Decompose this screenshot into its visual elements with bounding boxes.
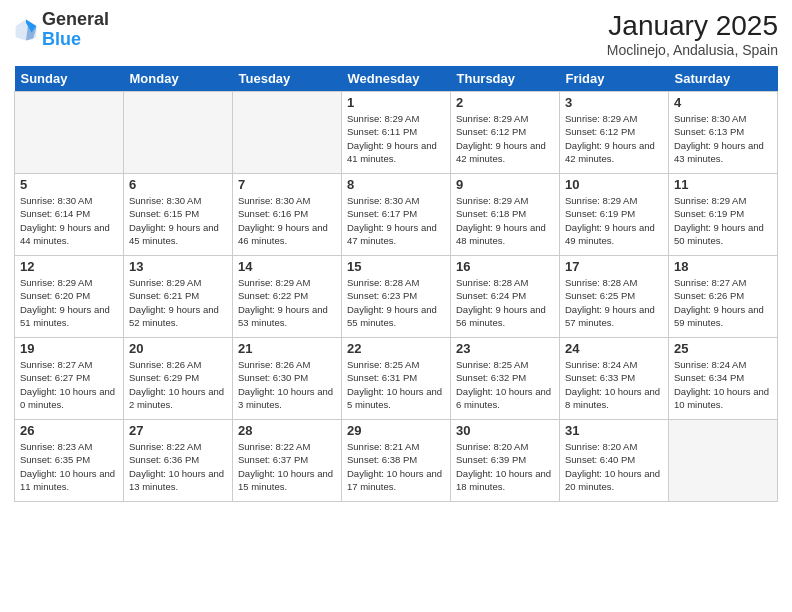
day-cell: 8Sunrise: 8:30 AM Sunset: 6:17 PM Daylig… (342, 174, 451, 256)
day-cell: 30Sunrise: 8:20 AM Sunset: 6:39 PM Dayli… (451, 420, 560, 502)
day-cell (233, 92, 342, 174)
week-row-3: 19Sunrise: 8:27 AM Sunset: 6:27 PM Dayli… (15, 338, 778, 420)
day-cell: 15Sunrise: 8:28 AM Sunset: 6:23 PM Dayli… (342, 256, 451, 338)
day-info: Sunrise: 8:27 AM Sunset: 6:27 PM Dayligh… (20, 358, 118, 411)
logo-text: General Blue (42, 10, 109, 50)
header-cell-tuesday: Tuesday (233, 66, 342, 92)
day-number: 24 (565, 341, 663, 356)
day-number: 31 (565, 423, 663, 438)
day-cell: 29Sunrise: 8:21 AM Sunset: 6:38 PM Dayli… (342, 420, 451, 502)
day-number: 28 (238, 423, 336, 438)
day-cell: 13Sunrise: 8:29 AM Sunset: 6:21 PM Dayli… (124, 256, 233, 338)
day-info: Sunrise: 8:29 AM Sunset: 6:18 PM Dayligh… (456, 194, 554, 247)
day-info: Sunrise: 8:23 AM Sunset: 6:35 PM Dayligh… (20, 440, 118, 493)
logo-line1: General (42, 10, 109, 30)
header-cell-thursday: Thursday (451, 66, 560, 92)
day-info: Sunrise: 8:28 AM Sunset: 6:23 PM Dayligh… (347, 276, 445, 329)
day-cell: 26Sunrise: 8:23 AM Sunset: 6:35 PM Dayli… (15, 420, 124, 502)
day-cell: 22Sunrise: 8:25 AM Sunset: 6:31 PM Dayli… (342, 338, 451, 420)
day-number: 5 (20, 177, 118, 192)
day-cell: 23Sunrise: 8:25 AM Sunset: 6:32 PM Dayli… (451, 338, 560, 420)
day-cell: 2Sunrise: 8:29 AM Sunset: 6:12 PM Daylig… (451, 92, 560, 174)
day-number: 30 (456, 423, 554, 438)
day-cell: 7Sunrise: 8:30 AM Sunset: 6:16 PM Daylig… (233, 174, 342, 256)
header: General Blue January 2025 Moclinejo, And… (14, 10, 778, 58)
week-row-0: 1Sunrise: 8:29 AM Sunset: 6:11 PM Daylig… (15, 92, 778, 174)
week-row-2: 12Sunrise: 8:29 AM Sunset: 6:20 PM Dayli… (15, 256, 778, 338)
day-info: Sunrise: 8:24 AM Sunset: 6:34 PM Dayligh… (674, 358, 772, 411)
day-number: 23 (456, 341, 554, 356)
location: Moclinejo, Andalusia, Spain (607, 42, 778, 58)
day-info: Sunrise: 8:29 AM Sunset: 6:12 PM Dayligh… (565, 112, 663, 165)
day-cell (15, 92, 124, 174)
day-cell: 6Sunrise: 8:30 AM Sunset: 6:15 PM Daylig… (124, 174, 233, 256)
day-number: 8 (347, 177, 445, 192)
day-cell (669, 420, 778, 502)
day-cell: 16Sunrise: 8:28 AM Sunset: 6:24 PM Dayli… (451, 256, 560, 338)
day-cell: 31Sunrise: 8:20 AM Sunset: 6:40 PM Dayli… (560, 420, 669, 502)
day-cell: 17Sunrise: 8:28 AM Sunset: 6:25 PM Dayli… (560, 256, 669, 338)
day-info: Sunrise: 8:29 AM Sunset: 6:11 PM Dayligh… (347, 112, 445, 165)
day-cell: 27Sunrise: 8:22 AM Sunset: 6:36 PM Dayli… (124, 420, 233, 502)
week-row-1: 5Sunrise: 8:30 AM Sunset: 6:14 PM Daylig… (15, 174, 778, 256)
day-number: 22 (347, 341, 445, 356)
logo-line2: Blue (42, 30, 109, 50)
day-cell: 25Sunrise: 8:24 AM Sunset: 6:34 PM Dayli… (669, 338, 778, 420)
day-number: 10 (565, 177, 663, 192)
day-info: Sunrise: 8:21 AM Sunset: 6:38 PM Dayligh… (347, 440, 445, 493)
day-cell: 4Sunrise: 8:30 AM Sunset: 6:13 PM Daylig… (669, 92, 778, 174)
day-cell: 3Sunrise: 8:29 AM Sunset: 6:12 PM Daylig… (560, 92, 669, 174)
day-info: Sunrise: 8:30 AM Sunset: 6:16 PM Dayligh… (238, 194, 336, 247)
day-info: Sunrise: 8:26 AM Sunset: 6:29 PM Dayligh… (129, 358, 227, 411)
day-info: Sunrise: 8:29 AM Sunset: 6:21 PM Dayligh… (129, 276, 227, 329)
day-number: 11 (674, 177, 772, 192)
title-block: January 2025 Moclinejo, Andalusia, Spain (607, 10, 778, 58)
day-cell: 20Sunrise: 8:26 AM Sunset: 6:29 PM Dayli… (124, 338, 233, 420)
day-number: 25 (674, 341, 772, 356)
day-cell: 5Sunrise: 8:30 AM Sunset: 6:14 PM Daylig… (15, 174, 124, 256)
day-number: 21 (238, 341, 336, 356)
day-cell: 9Sunrise: 8:29 AM Sunset: 6:18 PM Daylig… (451, 174, 560, 256)
day-info: Sunrise: 8:28 AM Sunset: 6:24 PM Dayligh… (456, 276, 554, 329)
day-info: Sunrise: 8:30 AM Sunset: 6:14 PM Dayligh… (20, 194, 118, 247)
day-cell (124, 92, 233, 174)
day-number: 26 (20, 423, 118, 438)
header-cell-wednesday: Wednesday (342, 66, 451, 92)
day-number: 9 (456, 177, 554, 192)
page: General Blue January 2025 Moclinejo, And… (0, 0, 792, 612)
day-info: Sunrise: 8:25 AM Sunset: 6:32 PM Dayligh… (456, 358, 554, 411)
day-cell: 18Sunrise: 8:27 AM Sunset: 6:26 PM Dayli… (669, 256, 778, 338)
header-cell-friday: Friday (560, 66, 669, 92)
day-number: 19 (20, 341, 118, 356)
day-cell: 21Sunrise: 8:26 AM Sunset: 6:30 PM Dayli… (233, 338, 342, 420)
day-number: 7 (238, 177, 336, 192)
day-info: Sunrise: 8:24 AM Sunset: 6:33 PM Dayligh… (565, 358, 663, 411)
day-number: 15 (347, 259, 445, 274)
day-info: Sunrise: 8:28 AM Sunset: 6:25 PM Dayligh… (565, 276, 663, 329)
day-cell: 10Sunrise: 8:29 AM Sunset: 6:19 PM Dayli… (560, 174, 669, 256)
day-number: 27 (129, 423, 227, 438)
day-info: Sunrise: 8:25 AM Sunset: 6:31 PM Dayligh… (347, 358, 445, 411)
logo: General Blue (14, 10, 109, 50)
day-info: Sunrise: 8:29 AM Sunset: 6:22 PM Dayligh… (238, 276, 336, 329)
calendar-table: SundayMondayTuesdayWednesdayThursdayFrid… (14, 66, 778, 502)
day-number: 13 (129, 259, 227, 274)
day-number: 17 (565, 259, 663, 274)
day-cell: 1Sunrise: 8:29 AM Sunset: 6:11 PM Daylig… (342, 92, 451, 174)
day-info: Sunrise: 8:30 AM Sunset: 6:13 PM Dayligh… (674, 112, 772, 165)
header-cell-saturday: Saturday (669, 66, 778, 92)
day-number: 3 (565, 95, 663, 110)
day-number: 1 (347, 95, 445, 110)
day-number: 29 (347, 423, 445, 438)
day-cell: 11Sunrise: 8:29 AM Sunset: 6:19 PM Dayli… (669, 174, 778, 256)
day-number: 18 (674, 259, 772, 274)
day-cell: 14Sunrise: 8:29 AM Sunset: 6:22 PM Dayli… (233, 256, 342, 338)
day-number: 2 (456, 95, 554, 110)
day-info: Sunrise: 8:27 AM Sunset: 6:26 PM Dayligh… (674, 276, 772, 329)
day-cell: 12Sunrise: 8:29 AM Sunset: 6:20 PM Dayli… (15, 256, 124, 338)
day-number: 12 (20, 259, 118, 274)
day-cell: 24Sunrise: 8:24 AM Sunset: 6:33 PM Dayli… (560, 338, 669, 420)
logo-icon (14, 18, 38, 42)
day-number: 6 (129, 177, 227, 192)
day-info: Sunrise: 8:20 AM Sunset: 6:40 PM Dayligh… (565, 440, 663, 493)
